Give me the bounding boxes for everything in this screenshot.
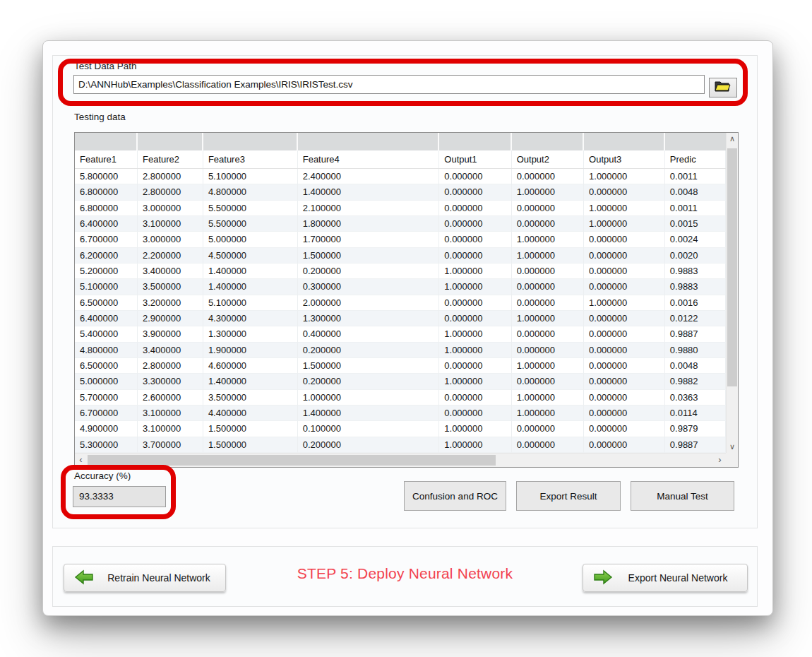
table-cell: 5.000000 (75, 374, 138, 389)
table-row[interactable]: 6.5000003.2000005.1000002.0000000.000000… (75, 295, 726, 311)
column-name-cell: Predic (665, 150, 726, 168)
table-row[interactable]: 5.8000002.8000005.1000002.4000000.000000… (75, 169, 726, 184)
column-name-cell: Feature4 (298, 150, 440, 168)
column-header-blank[interactable] (665, 133, 726, 150)
table-cell: 1.500000 (298, 248, 440, 264)
scroll-left-icon[interactable]: ‹ (75, 454, 87, 467)
table-cell: 1.300000 (203, 326, 298, 342)
test-data-path-input[interactable] (73, 75, 705, 94)
manual-test-button[interactable]: Manual Test (631, 481, 734, 511)
column-header-blank[interactable] (584, 133, 665, 150)
table-row[interactable]: 6.7000003.1000004.4000001.4000000.000000… (75, 406, 726, 421)
table-cell: 0.000000 (439, 358, 511, 374)
column-header-blank[interactable] (138, 133, 203, 150)
table-cell: 0.000000 (584, 279, 665, 295)
scroll-up-icon[interactable]: ∧ (727, 133, 738, 145)
table-cell: 6.200000 (75, 248, 138, 264)
table-cell: 1.000000 (439, 374, 511, 389)
export-result-button[interactable]: Export Result (516, 481, 621, 511)
table-cell: 0.0048 (665, 184, 726, 200)
testing-data-label: Testing data (74, 112, 126, 122)
column-header-blank[interactable] (298, 133, 440, 150)
table-cell: 6.400000 (75, 216, 138, 232)
table-cell: 0.9879 (665, 421, 726, 437)
column-header-blank[interactable] (75, 133, 138, 150)
table-cell: 1.400000 (203, 264, 298, 279)
testing-data-table: Feature1Feature2Feature3Feature4Output1O… (74, 132, 739, 468)
horizontal-scrollbar-thumb[interactable] (88, 455, 496, 466)
table-header-band (75, 133, 726, 150)
confusion-and-roc-button[interactable]: Confusion and ROC (404, 481, 506, 511)
column-name-cell: Output1 (439, 150, 511, 168)
testing-panel: Test Data Path Testing data Feature1Feat… (52, 55, 758, 528)
table-cell: 5.200000 (75, 264, 138, 279)
table-cell: 6.800000 (75, 184, 138, 200)
table-cell: 1.000000 (512, 232, 584, 247)
table-cell: 0.200000 (298, 264, 440, 279)
table-row[interactable]: 6.8000003.0000005.5000002.1000000.000000… (75, 201, 726, 216)
table-cell: 0.000000 (512, 216, 584, 232)
table-cell: 4.300000 (203, 311, 298, 326)
table-cell: 1.500000 (298, 358, 440, 374)
horizontal-scrollbar[interactable]: ‹ › (75, 453, 726, 467)
scroll-down-icon[interactable]: ∨ (727, 441, 738, 453)
table-cell: 2.100000 (298, 201, 440, 216)
table-cell: 0.000000 (584, 326, 665, 342)
column-header-blank[interactable] (439, 133, 511, 150)
table-row[interactable]: 6.4000003.1000005.5000001.8000000.000000… (75, 216, 726, 232)
table-cell: 0.0020 (665, 248, 726, 264)
table-row[interactable]: 4.8000003.4000001.9000000.2000001.000000… (75, 343, 726, 358)
table-cell: 1.000000 (439, 343, 511, 358)
table-cell: 1.000000 (512, 406, 584, 421)
table-row[interactable]: 5.0000003.3000001.4000000.2000001.000000… (75, 374, 726, 389)
table-row[interactable]: 5.1000003.5000001.4000000.3000001.000000… (75, 279, 726, 295)
column-header-blank[interactable] (203, 133, 298, 150)
table-row[interactable]: 6.4000002.9000004.3000001.3000000.000000… (75, 311, 726, 326)
vertical-scrollbar-thumb[interactable] (727, 148, 737, 386)
test-data-path-label: Test Data Path (74, 61, 137, 71)
table-cell: 1.000000 (512, 248, 584, 264)
table-cell: 0.000000 (584, 232, 665, 247)
table-row[interactable]: 6.2000002.2000004.5000001.5000000.000000… (75, 248, 726, 264)
scroll-right-icon[interactable]: › (714, 454, 726, 467)
table-cell: 0.9883 (665, 264, 726, 279)
column-header-blank[interactable] (512, 133, 584, 150)
table-cell: 0.000000 (512, 326, 584, 342)
table-cell: 0.000000 (584, 248, 665, 264)
table-cell: 0.000000 (584, 311, 665, 326)
table-cell: 0.000000 (584, 437, 665, 453)
arrow-right-icon (593, 569, 613, 587)
table-cell: 2.000000 (298, 295, 440, 311)
table-row[interactable]: 6.7000003.0000005.0000001.7000000.000000… (75, 232, 726, 247)
table-row[interactable]: 6.8000002.8000004.8000001.4000000.000000… (75, 184, 726, 200)
table-cell: 3.900000 (138, 326, 203, 342)
table-row[interactable]: 4.9000003.1000001.5000000.1000001.000000… (75, 421, 726, 437)
table-cell: 0.000000 (584, 406, 665, 421)
table-viewport: Feature1Feature2Feature3Feature4Output1O… (75, 133, 726, 453)
table-row[interactable]: 6.5000002.8000004.6000001.5000000.000000… (75, 358, 726, 374)
table-cell: 0.000000 (439, 201, 511, 216)
table-row[interactable]: 5.4000003.9000001.3000000.4000001.000000… (75, 326, 726, 342)
table-cell: 0.000000 (439, 295, 511, 311)
table-cell: 0.300000 (298, 279, 440, 295)
table-row[interactable]: 5.3000003.7000001.5000000.2000001.000000… (75, 437, 726, 453)
vertical-scrollbar[interactable]: ∧ ∨ (726, 133, 738, 453)
table-column-names-row: Feature1Feature2Feature3Feature4Output1O… (75, 150, 726, 169)
table-row[interactable]: 5.2000003.4000001.4000000.2000001.000000… (75, 264, 726, 279)
table-cell: 4.800000 (203, 184, 298, 200)
table-cell: 0.200000 (298, 343, 440, 358)
table-cell: 3.400000 (138, 343, 203, 358)
table-cell: 2.600000 (138, 390, 203, 406)
table-cell: 0.200000 (298, 374, 440, 389)
table-cell: 1.000000 (439, 326, 511, 342)
table-cell: 0.0015 (665, 216, 726, 232)
table-cell: 5.400000 (75, 326, 138, 342)
table-cell: 0.000000 (439, 406, 511, 421)
browse-button[interactable] (709, 78, 737, 97)
table-cell: 0.000000 (512, 295, 584, 311)
table-row[interactable]: 5.7000002.6000003.5000001.0000000.000000… (75, 390, 726, 406)
table-cell: 1.000000 (439, 264, 511, 279)
export-neural-network-button[interactable]: Export Neural Network (583, 564, 748, 592)
export-button-label: Export Neural Network (623, 572, 747, 584)
table-cell: 0.0016 (665, 295, 726, 311)
